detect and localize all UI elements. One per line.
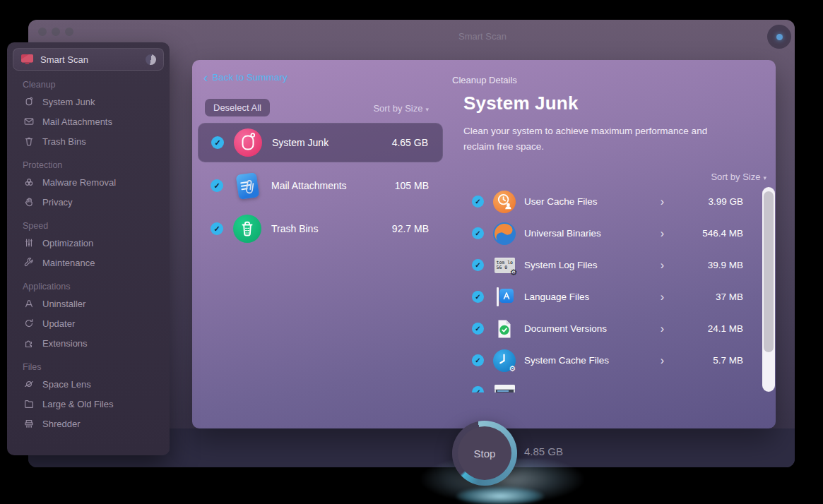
back-label: Back to Summary <box>212 72 288 83</box>
window-title: Smart Scan <box>458 31 507 42</box>
traffic-light-minimize-button[interactable] <box>52 28 60 36</box>
summary-sort-control[interactable]: Sort by Size ▾ <box>373 103 429 114</box>
sidebar: Smart Scan CleanupSystem JunkMail Attach… <box>7 42 170 455</box>
detail-row-user-cache-files[interactable]: ✓User Cache Files›3.99 GB <box>468 186 750 217</box>
stop-button-label: Stop <box>474 448 496 460</box>
sidebar-item-label: Uninstaller <box>42 299 85 309</box>
sidebar-item-shredder[interactable]: Shredder <box>13 414 164 433</box>
sidebar-item-smart-scan[interactable]: Smart Scan <box>13 48 164 71</box>
summary-row-system-junk[interactable]: ✓System Junk4.65 GB <box>198 123 443 162</box>
stop-button[interactable]: Stop <box>452 421 517 486</box>
checkbox[interactable]: ✓ <box>472 354 484 366</box>
sidebar-item-mail-attachments[interactable]: Mail Attachments <box>13 112 164 131</box>
scan-progress-spinner-icon <box>146 54 156 65</box>
cleanup-details-label: Cleanup Details <box>452 75 517 85</box>
sidebar-item-label: Maintenance <box>42 258 95 268</box>
sidebar-item-label: Optimization <box>42 238 93 248</box>
back-to-summary-link[interactable]: ‹ Back to Summary <box>203 72 288 83</box>
detail-row-system-log-files[interactable]: ✓tem lo 56 0⚙System Log Files›39.9 MB <box>468 249 750 281</box>
detail-row-document-versions[interactable]: ✓Document Versions›24.1 MB <box>468 313 750 344</box>
summary-row-label: Trash Bins <box>271 223 382 234</box>
sidebar-section-title: Speed <box>13 221 164 233</box>
traffic-light-zoom-button[interactable] <box>65 28 73 36</box>
log-file-icon <box>493 381 516 393</box>
checkbox[interactable]: ✓ <box>211 136 224 149</box>
sidebar-item-updater[interactable]: Updater <box>13 313 164 333</box>
found-size-label: 4.85 GB <box>524 445 563 457</box>
sidebar-item-optimization[interactable]: Optimization <box>13 233 164 253</box>
details-description: Clean your system to achieve maximum per… <box>463 124 728 155</box>
sidebar-item-trash-bins[interactable]: Trash Bins <box>13 131 164 151</box>
deselect-all-button[interactable]: Deselect All <box>205 99 270 116</box>
chevron-right-icon: › <box>661 227 664 240</box>
detail-row-system-cache-files[interactable]: ✓⚙System Cache Files›5.7 MB <box>468 344 750 376</box>
caret-down-icon: ▾ <box>763 173 766 181</box>
uninstaller-icon <box>23 298 35 309</box>
sidebar-section-title: Cleanup <box>13 80 164 92</box>
checkbox[interactable]: ✓ <box>472 323 484 335</box>
sidebar-item-system-junk[interactable]: System Junk <box>13 92 164 112</box>
checkbox[interactable]: ✓ <box>211 222 223 235</box>
trash-icon <box>23 136 35 147</box>
checkbox[interactable]: ✓ <box>472 196 484 208</box>
detail-row-size: 37 MB <box>688 292 743 302</box>
checkbox[interactable]: ✓ <box>211 179 223 192</box>
sidebar-item-extensions[interactable]: Extensions <box>13 333 164 353</box>
folder-icon <box>23 398 35 409</box>
mail-icon <box>23 116 35 127</box>
caret-down-icon: ▾ <box>425 104 429 113</box>
sidebar-item-label: Trash Bins <box>42 136 86 147</box>
sidebar-item-malware-removal[interactable]: Malware Removal <box>13 172 164 192</box>
trash-bins-app-icon <box>233 215 261 243</box>
summary-row-size: 4.65 GB <box>392 137 428 148</box>
sidebar-item-label: Extensions <box>42 338 88 349</box>
checkbox[interactable]: ✓ <box>472 259 484 271</box>
detail-row-label: Document Versions <box>524 323 661 334</box>
checkbox[interactable]: ✓ <box>472 227 484 239</box>
sidebar-item-space-lens[interactable]: Space Lens <box>13 374 164 394</box>
sidebar-section-title: Protection <box>13 160 164 172</box>
sidebar-item-label: Large & Old Files <box>42 399 113 409</box>
summary-row-trash-bins[interactable]: ✓Trash Bins92.7 MB <box>198 209 443 248</box>
detail-row-label: System Cache Files <box>524 355 661 366</box>
hand-icon <box>23 196 35 208</box>
universal-binaries-icon <box>493 222 516 245</box>
checkbox[interactable]: ✓ <box>472 291 484 303</box>
sidebar-section-speed: SpeedOptimizationMaintenance <box>13 221 164 272</box>
back-chevron-icon: ‹ <box>203 73 208 82</box>
detail-row-label: System Log Files <box>524 260 661 270</box>
assistant-menu-button[interactable] <box>767 25 791 49</box>
chevron-right-icon: › <box>661 196 664 208</box>
summary-row-size: 92.7 MB <box>392 223 429 234</box>
system-junk-icon <box>23 96 35 107</box>
cleanup-panel: ‹ Back to Summary Cleanup Details Desele… <box>192 60 776 428</box>
detail-row-universal-binaries[interactable]: ✓Universal Binaries›546.4 MB <box>468 217 750 249</box>
sidebar-item-privacy[interactable]: Privacy <box>13 192 164 212</box>
sidebar-item-label: Updater <box>42 318 75 329</box>
sidebar-item-label: System Junk <box>42 97 95 107</box>
detail-row-language-files[interactable]: ✓Language Files›37 MB <box>468 281 750 313</box>
screen: Smart Scan ‹ Back to Summary Cleanup Det… <box>0 0 823 504</box>
summary-row-mail-attachments[interactable]: ✓Mail Attachments105 MB <box>198 166 443 205</box>
detail-row-size: 39.9 MB <box>688 260 743 270</box>
sidebar-item-large-old-files[interactable]: Large & Old Files <box>13 394 164 414</box>
traffic-light-close-button[interactable] <box>38 28 47 36</box>
detail-row-size: 5.7 MB <box>688 355 743 366</box>
sidebar-item-label: Malware Removal <box>42 177 116 188</box>
sidebar-sections: CleanupSystem JunkMail AttachmentsTrash … <box>13 80 164 433</box>
detail-row-label: User Cache Files <box>524 196 661 207</box>
detail-row-partial[interactable]: ✓ <box>468 376 750 392</box>
details-sort-control[interactable]: Sort by Size ▾ <box>711 172 766 182</box>
sidebar-section-title: Files <box>13 362 164 374</box>
details-scrollbar-thumb[interactable] <box>764 191 774 352</box>
language-files-icon <box>493 286 516 308</box>
sidebar-item-maintenance[interactable]: Maintenance <box>13 253 164 272</box>
smart-scan-icon <box>20 54 34 65</box>
checkbox[interactable]: ✓ <box>472 386 484 392</box>
wrench-icon <box>23 257 35 268</box>
summary-list: ✓System Junk4.65 GB✓Mail Attachments105 … <box>198 123 443 252</box>
sidebar-item-uninstaller[interactable]: Uninstaller <box>13 294 164 313</box>
detail-row-label: Language Files <box>524 292 661 302</box>
sidebar-section-title: Applications <box>13 282 164 294</box>
details-sort-label: Sort by Size <box>711 172 760 182</box>
